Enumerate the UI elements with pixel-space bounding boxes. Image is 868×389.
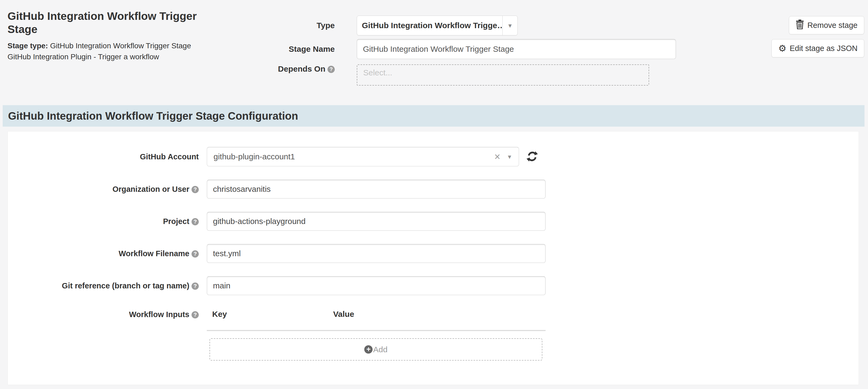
- value-column-header: Value: [333, 309, 354, 319]
- trash-icon: [796, 20, 804, 31]
- depends-on-label: Depends On?: [263, 64, 335, 73]
- stage-type-line: Stage type: GitHub Integration Workflow …: [7, 40, 203, 51]
- config-section-header: GitHub Integration Workflow Trigger Stag…: [3, 105, 865, 127]
- workflow-filename-label: Workflow Filename?: [8, 249, 199, 258]
- project-input[interactable]: [207, 212, 546, 231]
- stage-name-row: Stage Name: [263, 39, 676, 59]
- workflow-filename-input[interactable]: [207, 244, 546, 263]
- depends-on-placeholder: Select...: [363, 68, 392, 77]
- github-account-label: GitHub Account: [8, 152, 199, 161]
- workflow-inputs-label: Workflow Inputs?: [8, 308, 199, 319]
- help-icon[interactable]: ?: [191, 282, 199, 290]
- git-reference-label: Git reference (branch or tag name)?: [8, 281, 199, 290]
- config-panel: GitHub Account github-plugin-account1 × …: [7, 131, 859, 385]
- workflow-inputs-table: Key Value + Add: [207, 308, 546, 361]
- edit-stage-json-button[interactable]: ⚙ Edit stage as JSON: [771, 39, 864, 57]
- page-title: GitHub Integration Workflow Trigger Stag…: [7, 10, 203, 36]
- stage-type-select-caret-segment[interactable]: ▼: [502, 16, 518, 35]
- chevron-down-icon: ▼: [507, 154, 512, 160]
- stage-type-select-value: GitHub Integration Workflow Trigge…: [357, 16, 502, 35]
- help-icon[interactable]: ?: [191, 250, 199, 258]
- github-account-select[interactable]: github-plugin-account1 × ▼: [207, 147, 519, 166]
- add-button-label: Add: [373, 345, 387, 354]
- edit-stage-json-label: Edit stage as JSON: [790, 44, 858, 53]
- help-icon[interactable]: ?: [191, 186, 199, 193]
- type-label: Type: [263, 21, 335, 30]
- git-reference-row: Git reference (branch or tag name)?: [8, 276, 859, 295]
- organization-input[interactable]: [207, 180, 546, 199]
- clear-icon[interactable]: ×: [494, 152, 500, 162]
- help-icon[interactable]: ?: [328, 66, 335, 73]
- stage-name-label: Stage Name: [263, 44, 335, 54]
- help-icon[interactable]: ?: [191, 311, 199, 319]
- gear-icon: ⚙: [778, 44, 786, 53]
- stage-form: Type GitHub Integration Workflow Trigge……: [263, 16, 676, 86]
- plugin-description: GitHub Integration Plugin - Trigger a wo…: [7, 51, 203, 62]
- add-workflow-input-button[interactable]: + Add: [210, 338, 542, 361]
- type-row: Type GitHub Integration Workflow Trigge……: [263, 16, 676, 35]
- workflow-inputs-headers: Key Value: [207, 308, 546, 319]
- stage-actions: Remove stage ⚙ Edit stage as JSON: [771, 16, 864, 57]
- stage-name-input[interactable]: [357, 39, 676, 59]
- table-header-divider: [207, 330, 546, 331]
- remove-stage-button[interactable]: Remove stage: [789, 16, 864, 34]
- help-icon[interactable]: ?: [191, 218, 199, 226]
- stage-type-value: GitHub Integration Workflow Trigger Stag…: [48, 41, 191, 50]
- stage-type-label: Stage type:: [7, 41, 48, 50]
- project-label: Project?: [8, 217, 199, 226]
- stage-type-select[interactable]: GitHub Integration Workflow Trigge… ▼: [357, 16, 518, 35]
- project-row: Project?: [8, 212, 859, 231]
- git-reference-input[interactable]: [207, 276, 546, 295]
- refresh-icon: [527, 151, 538, 163]
- config-section-title: GitHub Integration Workflow Trigger Stag…: [8, 110, 298, 122]
- workflow-inputs-row: Workflow Inputs? Key Value + Add: [8, 308, 859, 361]
- key-column-header: Key: [207, 309, 333, 319]
- organization-label: Organization or User?: [8, 185, 199, 194]
- stage-summary: GitHub Integration Workflow Trigger Stag…: [7, 10, 203, 62]
- github-account-row: GitHub Account github-plugin-account1 × …: [8, 147, 859, 166]
- github-account-value: github-plugin-account1: [214, 152, 494, 161]
- depends-on-row: Depends On? Select...: [263, 64, 676, 86]
- organization-row: Organization or User?: [8, 180, 859, 199]
- remove-stage-label: Remove stage: [807, 21, 858, 30]
- plus-circle-icon: +: [364, 345, 373, 354]
- depends-on-select[interactable]: Select...: [357, 64, 649, 86]
- workflow-filename-row: Workflow Filename?: [8, 244, 859, 263]
- refresh-accounts-button[interactable]: [527, 151, 538, 163]
- chevron-down-icon: ▼: [507, 23, 513, 28]
